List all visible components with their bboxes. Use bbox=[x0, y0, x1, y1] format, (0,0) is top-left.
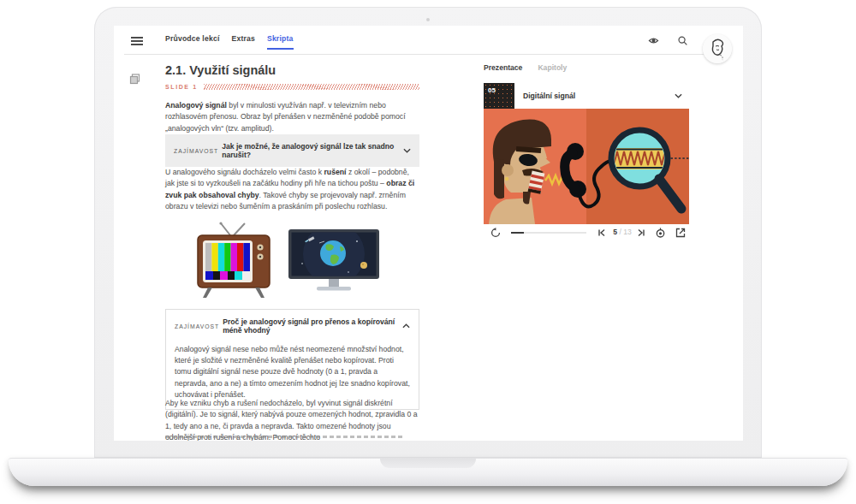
player-controls: 5 / 13 bbox=[484, 226, 689, 241]
tab-kapitoly[interactable]: Kapitoly bbox=[538, 63, 567, 72]
menu-icon[interactable] bbox=[131, 37, 143, 45]
skip-previous-icon bbox=[597, 228, 606, 237]
slide-number-thumb: 05 bbox=[484, 83, 514, 109]
nav-pruvodce-lekci[interactable]: Průvodce lekcí bbox=[165, 34, 219, 50]
top-nav: Průvodce lekcí Extras Skripta bbox=[165, 34, 294, 50]
target-icon bbox=[655, 228, 666, 239]
slide-label: SLIDE 1 bbox=[165, 84, 198, 90]
previous-slide-button[interactable] bbox=[597, 226, 606, 240]
skip-next-icon bbox=[637, 228, 645, 237]
paragraph-text: U analogového signálu docházelo velmi ča… bbox=[165, 168, 324, 176]
nav-extras[interactable]: Extras bbox=[231, 34, 254, 50]
focus-target-button[interactable] bbox=[655, 226, 666, 240]
nav-skripta[interactable]: Skripta bbox=[267, 34, 294, 50]
crt-tv-illustration bbox=[189, 221, 278, 299]
paragraph-bold: Analogový signál bbox=[165, 101, 227, 110]
slide-card: 05 Digitální signál bbox=[484, 83, 689, 224]
webcam-dot bbox=[426, 18, 430, 21]
paragraph-digital-signal: Aby ke vzniku chyb a rušení nedocházelo,… bbox=[165, 398, 419, 441]
paragraph-analog-signal: Analogový signál byl v minulosti využívá… bbox=[165, 100, 419, 134]
paragraph-interference: U analogového signálu docházelo velmi ča… bbox=[165, 167, 419, 213]
open-in-new-icon bbox=[675, 228, 686, 238]
laptop-base-notch bbox=[380, 459, 476, 468]
pages-icon[interactable] bbox=[129, 74, 140, 85]
slide-title: Digitální signál bbox=[523, 92, 669, 100]
illustrations-row bbox=[189, 217, 386, 299]
avatar-sketch bbox=[703, 34, 732, 63]
replay-icon bbox=[490, 228, 501, 238]
slide-page-indicator: 5 / 13 bbox=[609, 228, 636, 236]
slide-indicator-row: SLIDE 1 bbox=[165, 84, 419, 90]
paragraph-bold: rušení bbox=[324, 168, 346, 176]
accordion-title: Jak je možné, že analogový signál lze ta… bbox=[222, 142, 398, 159]
lesson-title: 2.1. Využití signálu bbox=[165, 63, 419, 77]
app-window: Průvodce lekcí Extras Skripta bbox=[114, 26, 743, 441]
next-slide-button[interactable] bbox=[637, 226, 645, 240]
clipped-text-line bbox=[165, 436, 403, 438]
panel-tabs: Prezentace Kapitoly bbox=[484, 63, 567, 72]
accordion-tag: ZAJÍMAVOST bbox=[174, 148, 218, 154]
slide-dropdown[interactable]: 05 Digitální signál bbox=[484, 83, 689, 109]
slide-hatch-decoration bbox=[204, 84, 419, 90]
laptop-screen-bezel: Průvodce lekcí Extras Skripta bbox=[94, 7, 762, 458]
accordion-tag: ZAJÍMAVOST bbox=[175, 323, 219, 329]
nav-divider bbox=[124, 54, 723, 55]
accordion-interesting-2[interactable]: ZAJÍMAVOST Proč je analogový signál pro … bbox=[165, 309, 419, 410]
search-icon[interactable] bbox=[677, 35, 688, 46]
chevron-down-icon bbox=[403, 148, 411, 153]
avatar[interactable] bbox=[703, 34, 732, 63]
chevron-down-icon bbox=[675, 93, 682, 98]
chevron-up-icon bbox=[402, 323, 410, 329]
progress-fill bbox=[511, 232, 524, 234]
laptop-base bbox=[9, 458, 847, 486]
progress-bar[interactable] bbox=[511, 232, 586, 234]
page: Průvodce lekcí Extras Skripta bbox=[0, 0, 856, 504]
accordion-title: Proč je analogový signál pro přenos a ko… bbox=[223, 317, 397, 335]
accordion-interesting-1[interactable]: ZAJÍMAVOST Jak je možné, že analogový si… bbox=[165, 134, 419, 167]
slide-illustration-man-telephone-magnifier bbox=[484, 109, 689, 224]
replay-button[interactable] bbox=[490, 226, 501, 240]
total-slides: 13 bbox=[623, 228, 632, 236]
tab-prezentace[interactable]: Prezentace bbox=[484, 63, 522, 72]
open-fullscreen-button[interactable] bbox=[675, 226, 686, 240]
eye-icon[interactable] bbox=[648, 35, 659, 46]
monitor-earth-illustration bbox=[288, 229, 379, 299]
